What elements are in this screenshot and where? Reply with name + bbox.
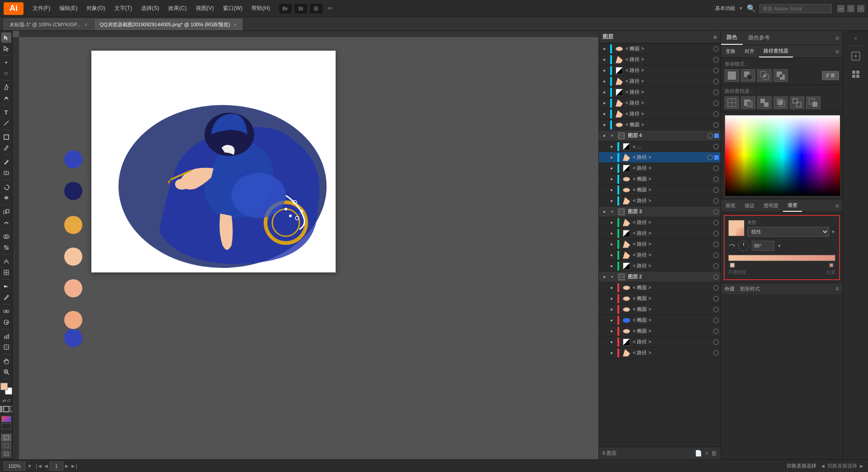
- layer-target[interactable]: [713, 90, 719, 95]
- layer-target[interactable]: [713, 350, 719, 356]
- gradient-bar[interactable]: [728, 255, 835, 261]
- maximize-button[interactable]: □: [847, 5, 854, 12]
- pen-tool[interactable]: [1, 82, 11, 92]
- layer-row[interactable]: ● < 路径 >: [599, 98, 721, 109]
- grid-icon[interactable]: ⊞: [310, 4, 323, 14]
- layer-visibility-eye[interactable]: ●: [608, 349, 615, 357]
- layer-row[interactable]: ● < ...: [599, 141, 721, 152]
- layer-visibility-eye[interactable]: ●: [608, 328, 615, 335]
- page-input[interactable]: [50, 462, 63, 471]
- layer-visibility-eye[interactable]: ●: [608, 143, 615, 150]
- layer-visibility-eye[interactable]: ●: [608, 339, 615, 346]
- layer-visibility-eye[interactable]: ●: [608, 306, 615, 313]
- layer-row[interactable]: ● < 路径 >: [599, 76, 721, 87]
- rect-tool[interactable]: [1, 132, 11, 142]
- tab-2[interactable]: QQ浏览器截图20190929144005.png* @ 100% (RGB/预…: [94, 19, 242, 30]
- libraries-button[interactable]: [847, 67, 865, 83]
- layer-group-expand[interactable]: ▼: [610, 275, 614, 279]
- gradient-type-dropdown[interactable]: ▼: [831, 229, 835, 234]
- adobe-stock-search[interactable]: [759, 4, 832, 13]
- prev-page-button[interactable]: ◄: [43, 463, 49, 469]
- reset-colors-icon[interactable]: ↺: [7, 398, 10, 403]
- st-icon[interactable]: St: [294, 4, 307, 14]
- status-prev-button[interactable]: ◄: [820, 463, 825, 469]
- pathfinder-exclude-button[interactable]: [773, 69, 788, 82]
- layer-visibility-eye[interactable]: ●: [608, 197, 615, 205]
- layer-row[interactable]: ● < 椭圆 >: [599, 304, 721, 315]
- menu-file[interactable]: 文件(F): [29, 3, 54, 14]
- gradient-stops-container[interactable]: [728, 255, 835, 267]
- mirror-tool[interactable]: [1, 193, 11, 203]
- tab-1-close[interactable]: ×: [85, 22, 87, 27]
- tab-color-guide[interactable]: 颜色参考: [743, 31, 775, 44]
- gradient-angle-dropdown[interactable]: ▼: [777, 243, 782, 248]
- layer-row[interactable]: ● < 椭圆 >: [599, 119, 721, 130]
- swap-icon[interactable]: ⇄: [2, 398, 6, 403]
- draw-inside-btn[interactable]: [1, 442, 11, 449]
- layer-row[interactable]: ● < 椭圆 >: [599, 43, 721, 54]
- layer-target[interactable]: [713, 198, 719, 204]
- menu-window[interactable]: 窗口(W): [219, 3, 246, 14]
- layer-row[interactable]: ● < 路径 >: [599, 54, 721, 65]
- rotate-tool[interactable]: [1, 182, 11, 192]
- layer-row[interactable]: ● < 椭圆 >: [599, 326, 721, 337]
- tab-brush[interactable]: 画笔: [721, 200, 740, 211]
- gradient-panel-menu[interactable]: ≡: [832, 202, 843, 210]
- layer-target[interactable]: [713, 231, 719, 236]
- tab-appearance[interactable]: 外观: [725, 286, 735, 292]
- tab-align[interactable]: 对齐: [740, 46, 759, 57]
- zoom-dropdown[interactable]: ▼: [27, 463, 32, 469]
- layer-row[interactable]: ● < 路径 >: [599, 250, 721, 261]
- layer-visibility-eye[interactable]: ●: [601, 89, 608, 96]
- layers-menu-icon[interactable]: ≡: [713, 33, 717, 41]
- gradient-stop-left[interactable]: [730, 263, 735, 267]
- pathfinder-menu[interactable]: ≡: [832, 48, 843, 55]
- layer-group-expand[interactable]: ▼: [610, 133, 614, 138]
- close-button[interactable]: ×: [857, 5, 864, 12]
- make-sublayer-button[interactable]: 📄: [695, 450, 702, 457]
- appearance-menu[interactable]: ≡: [835, 285, 839, 292]
- layer-row[interactable]: ● < 路径 >: [599, 337, 721, 348]
- blend-tool[interactable]: [1, 306, 11, 316]
- layer-target[interactable]: [713, 274, 719, 280]
- layer-group-row[interactable]: ● ▼ 图层 4: [599, 130, 721, 141]
- perspective-tool[interactable]: [1, 257, 11, 267]
- tab-1[interactable]: 未标题-1* @ 100% (CMYK/GP... ×: [4, 19, 93, 30]
- layer-target[interactable]: [713, 166, 719, 171]
- status-next-button[interactable]: ►: [859, 463, 864, 469]
- layer-visibility-eye[interactable]: ●: [601, 121, 608, 129]
- profile-label[interactable]: 基本功能: [715, 5, 735, 12]
- tab-color[interactable]: 颜色: [721, 31, 743, 45]
- layer-visibility-eye[interactable]: ●: [601, 56, 608, 63]
- menu-help[interactable]: 帮助(H): [248, 3, 274, 14]
- tab-opacity[interactable]: 透明度: [759, 200, 783, 211]
- layer-visibility-eye[interactable]: ●: [601, 78, 608, 85]
- pathfinder-trim-button[interactable]: [741, 96, 755, 109]
- layer-visibility-eye[interactable]: ●: [608, 284, 615, 291]
- layer-target[interactable]: [713, 111, 719, 117]
- layer-target[interactable]: [713, 285, 719, 291]
- layer-row[interactable]: ● < 路径 >: [599, 152, 721, 163]
- zoom-input[interactable]: [4, 462, 25, 471]
- lasso-tool[interactable]: ⊂: [1, 68, 11, 78]
- layer-target[interactable]: [707, 133, 713, 138]
- layer-target[interactable]: [713, 176, 719, 182]
- layer-visibility-eye[interactable]: ●: [608, 176, 615, 183]
- profile-dropdown[interactable]: ▼: [739, 6, 743, 11]
- layer-target[interactable]: [713, 307, 719, 312]
- color-panel-menu[interactable]: ≡: [832, 34, 843, 42]
- layer-row[interactable]: ● < 椭圆 >: [599, 293, 721, 304]
- pencil-tool[interactable]: [1, 143, 11, 153]
- eraser-tool[interactable]: [1, 168, 11, 178]
- layer-target[interactable]: [713, 220, 719, 225]
- layers-list[interactable]: ● < 椭圆 > ● < 路径 > ● < 路径 >: [599, 43, 721, 447]
- curvature-tool[interactable]: [1, 93, 11, 103]
- layer-visibility-eye[interactable]: ●: [608, 317, 615, 324]
- menu-object[interactable]: 对象(O): [83, 3, 109, 14]
- stroke-box[interactable]: [3, 406, 9, 412]
- layer-row[interactable]: ● < 路径 >: [599, 239, 721, 250]
- color-swatches[interactable]: [0, 383, 12, 395]
- tab-transform[interactable]: 变换: [721, 46, 740, 57]
- layer-target[interactable]: [713, 339, 719, 345]
- live-paint-tool[interactable]: [1, 243, 11, 253]
